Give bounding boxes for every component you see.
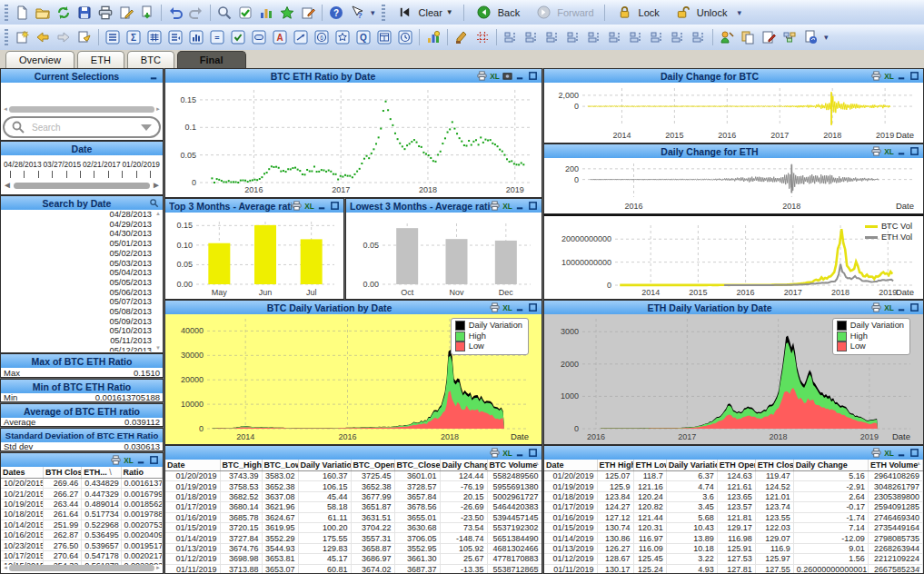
table-cell[interactable]: 5.16 <box>793 471 868 481</box>
table-cell[interactable]: 3687.37 <box>394 564 440 573</box>
table-cell[interactable]: -76.19 <box>440 481 487 491</box>
table-cell[interactable]: 0.00195174 <box>121 540 162 550</box>
redo-icon[interactable] <box>186 3 206 22</box>
table-cell[interactable]: 3552.95 <box>394 543 440 553</box>
space-horizontal-icon[interactable] <box>626 28 646 47</box>
time-object-icon[interactable] <box>395 28 415 47</box>
table-row[interactable]: 01/17/2019124.27120.823.45123.57123.74-0… <box>544 502 923 512</box>
date-slider[interactable]: ◄ ► <box>3 180 161 191</box>
selections-check-icon[interactable] <box>235 3 255 22</box>
table-cell[interactable]: 116.9 <box>755 543 793 553</box>
table-cell[interactable]: 4.74 <box>666 481 717 491</box>
minimize-icon[interactable] <box>897 146 907 156</box>
table-cell[interactable]: 0.522968 <box>82 520 121 529</box>
maximize-icon[interactable] <box>528 71 538 81</box>
eth-daily-variation-chart[interactable]: 01000200030002016201720182019DateDaily V… <box>544 314 923 444</box>
xl-icon[interactable]: XL <box>124 455 134 465</box>
table-row[interactable]: 10/20/2015269.460.4348290.00161370 <box>1 479 163 489</box>
tab-final[interactable]: Final <box>177 51 246 68</box>
column-header[interactable]: Daily Change <box>440 460 487 471</box>
table-cell[interactable]: 01/16/2019 <box>165 512 220 522</box>
table-cell[interactable]: 60.81 <box>298 564 351 573</box>
column-header[interactable]: Ratio <box>121 467 162 479</box>
ratio-table-scrollbar[interactable]: ◄► <box>3 564 161 572</box>
xl-icon[interactable]: XL <box>884 448 894 458</box>
date-list-item[interactable]: 05/04/2013 <box>3 268 154 278</box>
table-row[interactable]: 01/20/20193743.393583.02160.373725.45360… <box>165 471 541 481</box>
table-row[interactable]: 10/14/2015251.990.5229680.00207535 <box>1 520 163 529</box>
table-cell[interactable]: 106.15 <box>298 481 351 491</box>
table-cell[interactable]: 3651.87 <box>351 502 394 512</box>
table-cell[interactable]: 269.46 <box>43 479 81 489</box>
table-row[interactable]: 01/20/2019125.07118.76.37124.63119.475.1… <box>544 471 923 481</box>
new-sheet-icon[interactable] <box>12 28 32 47</box>
table-cell[interactable]: 3557.31 <box>351 533 394 543</box>
bookmark-object-icon[interactable] <box>333 28 353 47</box>
table-cell[interactable]: 01/17/2019 <box>544 502 597 512</box>
table-row[interactable]: 01/16/20193685.783624.6761.113631.513655… <box>165 512 541 522</box>
table-cell[interactable]: 123.84 <box>597 491 633 501</box>
slider-left-arrow-icon[interactable]: ◄ <box>3 180 12 191</box>
minimize-icon[interactable] <box>515 302 525 312</box>
maximize-icon[interactable] <box>528 201 538 211</box>
minimize-icon[interactable] <box>515 201 525 211</box>
table-cell[interactable]: 10/17/2015 <box>1 550 43 560</box>
minimize-icon[interactable] <box>136 455 146 465</box>
table-cell[interactable]: 7.14 <box>793 522 868 532</box>
table-row[interactable]: 01/19/2019125.9121.164.74121.61124.52-2.… <box>544 481 923 491</box>
table-cell[interactable]: 128.67 <box>597 554 633 564</box>
toolbar-overflow-icon[interactable]: ▾ <box>821 33 831 42</box>
table-row[interactable]: 01/11/2019130.17125.244.93127.81127.550.… <box>544 564 923 573</box>
slider-right-arrow-icon[interactable]: ► <box>152 180 161 191</box>
table-cell[interactable]: 0.434829 <box>82 479 121 489</box>
table-cell[interactable]: 105.92 <box>440 543 487 553</box>
adjust-left-icon[interactable] <box>668 28 688 47</box>
table-cell[interactable]: -1.74 <box>793 512 868 522</box>
table-cell[interactable]: 10/14/2015 <box>1 520 43 529</box>
align-top-icon[interactable] <box>563 28 583 47</box>
column-header[interactable]: ETH Close <box>755 460 793 471</box>
reload-icon[interactable] <box>54 3 74 22</box>
table-cell[interactable]: 01/18/2019 <box>544 491 597 501</box>
daily-change-btc-caption[interactable]: Daily Change for BTC XL <box>544 69 923 83</box>
table-cell[interactable]: 3.45 <box>666 502 717 512</box>
table-row[interactable]: 10/17/2015270.640.5471780.00202179 <box>1 550 163 560</box>
text-object-icon[interactable]: A <box>270 28 290 47</box>
print-icon[interactable] <box>477 71 487 81</box>
table-cell[interactable]: 121.16 <box>633 481 666 491</box>
open-folder-icon[interactable] <box>33 3 53 22</box>
table-row[interactable]: 01/13/20193674.763544.93129.833658.87355… <box>165 543 541 553</box>
btc-table-scrollbar[interactable]: ▲▼ <box>533 460 541 571</box>
table-cell[interactable]: 01/15/2019 <box>165 522 220 532</box>
table-cell[interactable]: 10/16/2015 <box>1 529 43 539</box>
table-cell[interactable]: -23.50 <box>440 512 487 522</box>
table-row[interactable]: 01/17/20193680.143621.9658.183651.873678… <box>165 502 541 512</box>
table-cell[interactable]: 3.22 <box>666 554 717 564</box>
align-left-icon[interactable] <box>501 28 521 47</box>
table-cell[interactable]: 20.15 <box>440 491 487 501</box>
minimize-icon[interactable] <box>515 71 525 81</box>
table-row[interactable]: 10/18/2015261.640.5177340.0019788 <box>1 510 163 520</box>
table-cell[interactable]: 3630.68 <box>394 522 440 532</box>
table-cell[interactable]: 01/12/2019 <box>544 554 597 564</box>
table-cell[interactable]: 45.44 <box>298 491 351 501</box>
table-row[interactable]: 10/16/2015262.870.5364950.00204091 <box>1 529 163 539</box>
date-list-item[interactable]: 05/06/2013 <box>3 288 154 298</box>
table-cell[interactable]: 1.56 <box>793 554 868 564</box>
table-cell[interactable]: 125.07 <box>597 471 633 481</box>
table-cell[interactable]: 0.00204091 <box>121 529 162 539</box>
table-cell[interactable]: 01/13/2019 <box>165 543 220 553</box>
table-cell[interactable]: 120.31 <box>633 522 666 532</box>
print-icon[interactable] <box>871 302 881 312</box>
top3-chart[interactable]: 0.000.050.100.15MayJunJul <box>165 213 343 299</box>
table-cell[interactable]: 3686.97 <box>351 554 394 564</box>
eth-table[interactable]: DateETH HighETH LowDaily VariationETH Op… <box>544 460 923 573</box>
table-cell[interactable]: 45.17 <box>298 554 351 564</box>
multibox-icon[interactable] <box>165 28 185 47</box>
table-cell[interactable]: -0.17 <box>793 502 868 512</box>
table-cell[interactable]: 3653.81 <box>262 554 298 564</box>
table-row[interactable]: 01/14/20193727.843552.29175.553557.31370… <box>165 533 541 543</box>
table-cell[interactable]: 3.6 <box>666 491 717 501</box>
table-cell[interactable]: 01/11/2019 <box>544 564 597 573</box>
table-row[interactable]: 01/12/2019128.67125.453.22127.53125.971.… <box>544 554 923 564</box>
